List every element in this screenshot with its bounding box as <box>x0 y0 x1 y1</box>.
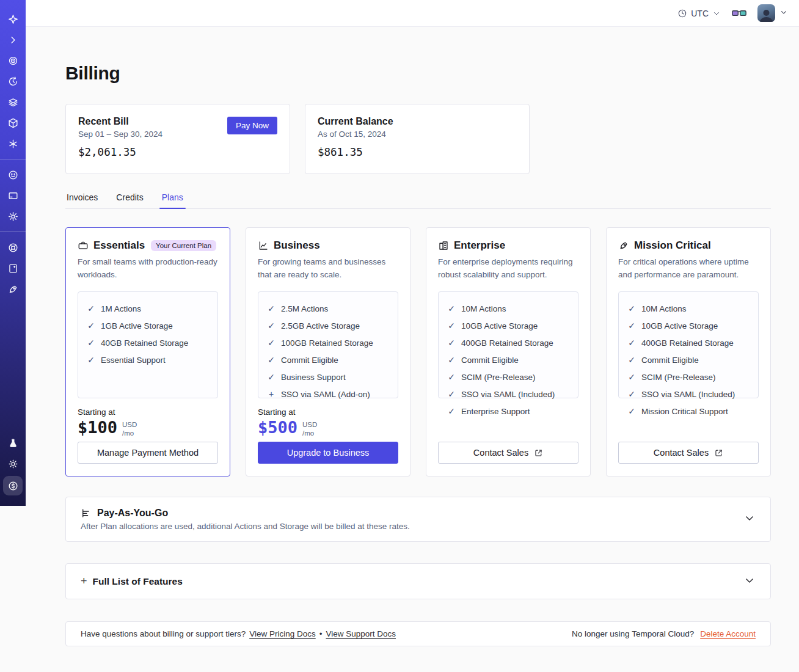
feature-text: 10GB Active Storage <box>641 320 718 332</box>
getting-started-rocket-icon[interactable] <box>5 281 21 297</box>
check-icon: ✓ <box>87 320 95 332</box>
user-avatar <box>757 4 775 22</box>
plan-name: Enterprise <box>454 239 505 252</box>
feature-text: SSO via SAML (Add-on) <box>281 388 370 401</box>
footer-question: Have questions about billing or support … <box>81 629 246 638</box>
docs-book-icon[interactable] <box>5 260 21 276</box>
plan-card-business: Business For growing teams and businesse… <box>246 227 410 477</box>
feature-text: SSO via SAML (Included) <box>461 388 555 401</box>
current-balance-title: Current Balance <box>318 116 517 127</box>
contact-sales-button[interactable]: Contact Sales <box>618 442 759 464</box>
feature-text: 1GB Active Storage <box>101 320 173 332</box>
plan-description: For growing teams and businesses that ar… <box>258 256 398 282</box>
bullet-separator: • <box>319 629 323 638</box>
view-pricing-docs-link[interactable]: View Pricing Docs <box>249 629 316 638</box>
sidebar <box>0 0 26 506</box>
tab-plans[interactable]: Plans <box>161 189 184 208</box>
check-icon: ✓ <box>87 302 95 315</box>
tab-credits[interactable]: Credits <box>115 189 144 208</box>
sidebar-divider <box>0 159 26 159</box>
plan-card-mission-critical: Mission Critical For critical operations… <box>606 227 771 477</box>
namespaces-icon[interactable] <box>5 53 21 68</box>
feature-text: 2.5M Actions <box>281 302 328 315</box>
upgrade-to-business-button[interactable]: Upgrade to Business <box>258 442 398 464</box>
layers-icon[interactable] <box>5 94 21 110</box>
view-support-docs-link[interactable]: View Support Docs <box>326 629 396 638</box>
sidebar-divider <box>0 232 26 232</box>
billing-tabs: Invoices Credits Plans <box>65 189 771 209</box>
recent-bill-card: Recent Bill Sep 01 – Sep 30, 2024 $2,061… <box>65 104 290 174</box>
plan-description: For enterprise deployments requiring rob… <box>438 256 578 282</box>
payg-accordion[interactable]: Pay-As-You-Go After Plan allocations are… <box>65 497 771 542</box>
per-label: /mo <box>302 429 317 437</box>
chevron-down-icon <box>779 8 788 19</box>
check-icon: ✓ <box>447 337 456 349</box>
manage-payment-method-button[interactable]: Manage Payment Method <box>78 442 218 464</box>
feature-box: ✓2.5M Actions ✓2.5GB Active Storage ✓100… <box>258 291 398 398</box>
contact-sales-button[interactable]: Contact Sales <box>438 442 578 464</box>
logo-icon[interactable] <box>5 11 21 27</box>
labs-flask-icon[interactable] <box>5 435 21 451</box>
feature-text: 400GB Retained Storage <box>641 337 734 349</box>
plus-icon: + <box>267 388 275 401</box>
check-icon: ✓ <box>627 405 636 418</box>
check-icon: ✓ <box>627 354 636 367</box>
plan-card-enterprise: Enterprise For enterprise deployments re… <box>426 227 591 477</box>
feature-text: 100GB Retained Storage <box>281 337 373 349</box>
payg-title: Pay-As-You-Go <box>97 508 168 519</box>
feature-text: SCIM (Pre-Release) <box>461 371 536 384</box>
feature-text: Mission Critical Support <box>641 405 728 418</box>
sidebar-item-billing-active[interactable] <box>3 476 23 495</box>
schedules-icon[interactable] <box>5 73 21 89</box>
plan-price: $100 <box>78 418 117 437</box>
check-icon: ✓ <box>447 302 456 315</box>
check-icon: ✓ <box>267 320 275 332</box>
footer-card: Have questions about billing or support … <box>65 621 771 646</box>
theme-sun-icon[interactable] <box>5 456 21 472</box>
nexus-asterisk-icon[interactable] <box>5 136 21 152</box>
timezone-selector[interactable]: UTC <box>677 9 721 18</box>
check-icon: ✓ <box>447 405 456 418</box>
features-accordion[interactable]: + Full List of Features <box>65 563 771 599</box>
current-balance-asof: As of Oct 15, 2024 <box>318 130 517 139</box>
currency-label: USD <box>122 420 137 429</box>
feature-text: Commit Eligible <box>641 354 699 367</box>
check-icon: ✓ <box>627 302 636 315</box>
check-icon: ✓ <box>627 320 636 332</box>
rocket-icon <box>618 240 629 251</box>
billing-card-icon[interactable] <box>5 188 21 203</box>
deployments-cube-icon[interactable] <box>5 115 21 131</box>
check-icon: ✓ <box>267 302 275 315</box>
page-title: Billing <box>65 63 771 84</box>
check-icon: ✓ <box>267 354 275 367</box>
bar-chart-icon <box>81 508 92 519</box>
help-lifering-icon[interactable] <box>5 239 21 255</box>
check-icon: ✓ <box>627 371 636 384</box>
starting-at-label: Starting at <box>78 407 218 417</box>
plan-description: For small teams with production-ready wo… <box>78 256 218 282</box>
delete-account-link[interactable]: Delete Account <box>700 629 756 638</box>
feature-text: 1M Actions <box>101 302 141 315</box>
collapse-chevron-icon[interactable] <box>5 32 21 48</box>
feature-box: ✓1M Actions ✓1GB Active Storage ✓40GB Re… <box>78 291 218 398</box>
price-block: Starting at $500 USD/mo <box>258 407 398 438</box>
settings-gear-icon[interactable] <box>5 208 21 224</box>
feature-text: Business Support <box>281 371 346 384</box>
chevron-down-icon[interactable] <box>743 574 756 589</box>
check-icon: ✓ <box>267 371 275 384</box>
feature-text: Commit Eligible <box>281 354 338 367</box>
user-menu[interactable] <box>757 4 788 22</box>
payg-description: After Plan allocations are used, additio… <box>81 522 756 531</box>
summary-row: Recent Bill Sep 01 – Sep 30, 2024 $2,061… <box>65 104 771 174</box>
feature-box: ✓10M Actions ✓10GB Active Storage ✓400GB… <box>438 291 578 398</box>
contact-sales-label: Contact Sales <box>654 448 709 458</box>
check-icon: ✓ <box>447 320 456 332</box>
chevron-down-icon[interactable] <box>743 512 756 527</box>
feature-text: 10M Actions <box>461 302 506 315</box>
footer-right-text: No longer using Temporal Cloud? <box>572 629 694 638</box>
tab-invoices[interactable]: Invoices <box>65 189 99 208</box>
pay-now-button[interactable]: Pay Now <box>227 117 277 134</box>
feature-box: ✓10M Actions ✓10GB Active Storage ✓400GB… <box>618 291 759 398</box>
reader-glasses-icon[interactable] <box>732 8 746 19</box>
support-smiley-icon[interactable] <box>5 167 21 183</box>
